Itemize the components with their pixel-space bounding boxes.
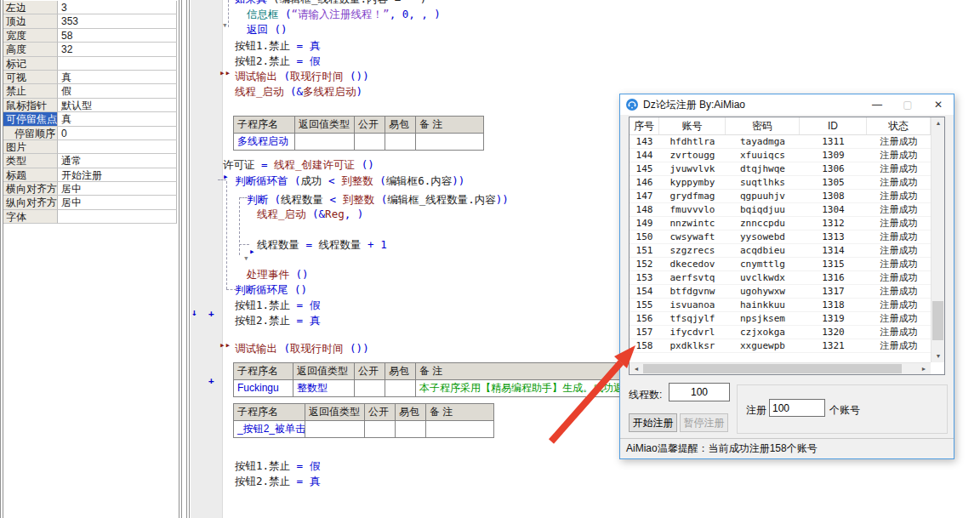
- account-cell: 145: [630, 162, 659, 175]
- code-token: 按钮2.禁止: [235, 475, 290, 487]
- add-mark-icon: +: [208, 376, 214, 386]
- scroll-left-icon[interactable]: ◄: [630, 363, 643, 375]
- close-icon[interactable]: ✕: [923, 94, 954, 115]
- code-token: <: [322, 174, 342, 187]
- thread-count-label: 线程数:: [629, 388, 662, 402]
- account-cell: 注册成功: [867, 135, 931, 148]
- table-header-cell: 备 注: [426, 404, 494, 421]
- flow-guide: [239, 244, 249, 245]
- account-cell: 151: [630, 244, 659, 257]
- code-line: 按钮1.禁止 = 真: [235, 39, 320, 53]
- code-token: 按钮1.禁止: [235, 39, 290, 52]
- code-token: 假: [310, 299, 321, 311]
- code-token: ()): [344, 342, 369, 355]
- account-cell: czjxokga: [726, 326, 800, 339]
- account-row[interactable]: 154btfdgvnwugohywxw1317注册成功: [630, 285, 944, 299]
- column-header-4[interactable]: 状态: [867, 117, 931, 134]
- table-header-cell: 易包: [385, 117, 416, 134]
- account-cell: ugohywxw: [726, 285, 800, 298]
- code-token: , ): [345, 208, 364, 220]
- thread-count-input[interactable]: [669, 383, 730, 401]
- code-token: )): [452, 174, 464, 187]
- account-cell: 注册成功: [867, 285, 931, 298]
- register-count-input[interactable]: [769, 399, 825, 417]
- code-line: 判断循环尾 (): [235, 283, 307, 297]
- scroll-thumb[interactable]: [932, 301, 943, 340]
- account-cell: 注册成功: [867, 339, 931, 352]
- table-cell: [305, 421, 365, 438]
- code-token: 按钮1.禁止: [235, 299, 290, 311]
- start-register-button[interactable]: 开始注册: [629, 413, 677, 432]
- code-token: 到整数: [343, 193, 375, 206]
- code-token: 编辑框6.内容: [386, 174, 453, 187]
- accounts-listview[interactable]: 序号账号密码ID状态 143hfdhtlratayadmga1311注册成功14…: [629, 117, 945, 375]
- code-token: (: [277, 70, 290, 83]
- account-cell: 153: [630, 271, 659, 284]
- table-cell: 多线程启动: [234, 134, 295, 151]
- table-header-cell: 返回值类型: [295, 117, 355, 134]
- column-header-1[interactable]: 账号: [659, 117, 726, 134]
- code-line: 按钮1.禁止 = 假: [235, 299, 320, 312]
- account-row[interactable]: 147grydfmagqgpuuhjv1308注册成功: [630, 190, 944, 203]
- code-token: (): [268, 23, 288, 36]
- account-cell: tayadmga: [726, 135, 800, 148]
- scroll-thumb[interactable]: [643, 364, 902, 373]
- window-titlebar[interactable]: Dz论坛注册 By:AiMiao — ▢ ✕: [620, 94, 954, 115]
- code-token: 取现行时间: [290, 342, 344, 355]
- code-token: +: [362, 238, 381, 251]
- code-token: =: [290, 54, 310, 67]
- account-cell: dkecedov: [659, 258, 726, 270]
- account-cell: 1308: [800, 190, 867, 202]
- table-header-cell: 易包: [396, 404, 426, 421]
- account-row[interactable]: 150cwsywaftyysowebd1313注册成功: [630, 231, 944, 244]
- code-token: 许可证: [223, 158, 255, 171]
- code-token: (: [374, 193, 387, 206]
- account-cell: 149: [630, 217, 659, 230]
- code-line: 调试输出 (取现行时间 ()): [235, 70, 369, 83]
- account-cell: 1319: [800, 312, 867, 325]
- account-cell: suqtlhks: [726, 176, 800, 189]
- account-cell: 注册成功: [867, 326, 931, 339]
- account-cell: 147: [630, 190, 659, 202]
- code-line: 线程数量 = 线程数量 + 1: [257, 238, 387, 252]
- scroll-down-icon[interactable]: ▼: [932, 350, 945, 362]
- scroll-right-icon[interactable]: ►: [917, 363, 931, 375]
- flow-arrow-icon: ▸▸: [219, 68, 231, 78]
- account-row[interactable]: 149nnzwintcznnccpdu1312注册成功: [630, 217, 944, 231]
- account-row[interactable]: 158pxdklksrxxguewpb1321注册成功: [630, 339, 944, 353]
- minimize-icon[interactable]: —: [862, 94, 892, 115]
- account-cell: aerfsvtq: [659, 271, 726, 284]
- account-row[interactable]: 145jvuwvlvkdtqjhwqe1306注册成功: [630, 162, 944, 176]
- account-row[interactable]: 143hfdhtlratayadmga1311注册成功: [630, 135, 944, 149]
- account-row[interactable]: 155isvuanoahainkkuu1318注册成功: [630, 299, 944, 312]
- column-header-id[interactable]: ID: [800, 117, 867, 134]
- account-cell: cwsywaft: [659, 231, 726, 243]
- account-row[interactable]: 152dkecedovcnymttlg1315注册成功: [630, 258, 944, 271]
- vertical-scrollbar[interactable]: ▲ ▼: [931, 117, 944, 362]
- code-token: 真: [310, 475, 321, 487]
- code-token: =: [290, 39, 310, 52]
- code-token: “请输入注册线程！”: [292, 8, 390, 20]
- column-header-0[interactable]: 序号: [630, 117, 659, 134]
- flow-arrow-icon: ▾: [243, 253, 249, 264]
- table-cell: [385, 380, 416, 397]
- account-row[interactable]: 151szgzrecsacqdbieu1314注册成功: [630, 244, 944, 258]
- scroll-up-icon[interactable]: ▲: [932, 117, 945, 129]
- code-token: 线程_启动: [235, 85, 284, 98]
- account-row[interactable]: 156tfsqjylfnpsjksem1319注册成功: [630, 312, 944, 326]
- table-cell: [365, 421, 396, 438]
- table-cell: [396, 421, 426, 438]
- account-row[interactable]: 153aerfsvtquvclkwdx1316注册成功: [630, 271, 944, 285]
- horizontal-scrollbar[interactable]: ◄ ►: [630, 362, 931, 374]
- account-cell: nnzwintc: [659, 217, 726, 230]
- flow-arrow-icon: ▾: [222, 20, 228, 31]
- register-prefix-label: 注册: [746, 403, 766, 418]
- account-row[interactable]: 157ifycdvrlczjxokga1320注册成功: [630, 326, 944, 339]
- code-token: (&: [284, 85, 304, 98]
- account-row[interactable]: 148fmuvvvlobqiqdjuu1304注册成功: [630, 203, 944, 217]
- account-row[interactable]: 144zvrtouggxfuuiqcs1309注册成功: [630, 149, 944, 162]
- account-row[interactable]: 146kyppymbysuqtlhks1305注册成功: [630, 176, 944, 190]
- table-header-cell: 返回值类型: [305, 404, 365, 421]
- table-cell: 整数型: [293, 380, 355, 397]
- column-header-2[interactable]: 密码: [726, 117, 800, 134]
